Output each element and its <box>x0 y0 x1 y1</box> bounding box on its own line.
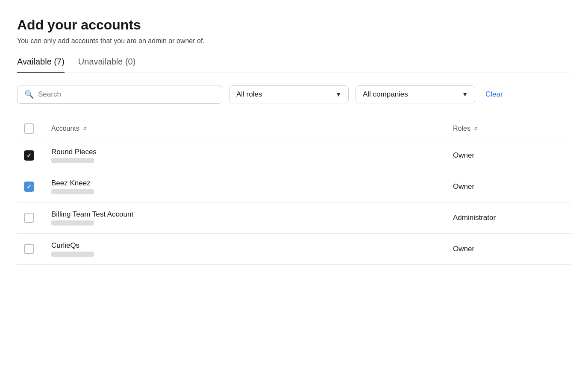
roles-sort-icon[interactable]: ⇵ <box>474 126 477 131</box>
checkmark-icon: ✓ <box>26 152 32 159</box>
row-checkbox-beez-kneez[interactable]: ✓ <box>24 182 34 192</box>
account-info-round-pieces: Round Pieces <box>51 148 453 163</box>
account-id-curlieqs <box>51 252 94 257</box>
select-all-checkbox[interactable] <box>24 123 34 134</box>
accounts-sort-icon[interactable]: ⇵ <box>83 126 86 131</box>
account-name-billing-team: Billing Team Test Account <box>51 210 453 219</box>
account-info-curlieqs: CurlieQs <box>51 241 453 257</box>
table-header: Accounts ⇵ Roles ⇵ <box>17 117 571 140</box>
account-id-billing-team <box>51 220 94 226</box>
account-id-round-pieces <box>51 158 94 163</box>
search-icon: 🔍 <box>24 90 34 99</box>
account-role-beez-kneez: Owner <box>453 182 564 191</box>
account-role-round-pieces: Owner <box>453 151 564 160</box>
accounts-header-label: Accounts <box>51 125 79 132</box>
search-input[interactable] <box>38 90 215 99</box>
account-info-billing-team: Billing Team Test Account <box>51 210 453 226</box>
page-subtitle: You can only add accounts that you are a… <box>17 37 571 45</box>
companies-dropdown-label: All companies <box>363 90 408 99</box>
table-row: ✓ Round Pieces Owner <box>17 140 571 171</box>
page-title: Add your accounts <box>17 17 571 33</box>
table-row: CurlieQs Owner <box>17 234 571 265</box>
filters-row: 🔍 All roles ▼ All companies ▼ Clear <box>17 85 571 104</box>
account-role-curlieqs: Owner <box>453 245 564 253</box>
account-name-round-pieces: Round Pieces <box>51 148 453 156</box>
account-id-beez-kneez <box>51 189 94 194</box>
tabs-container: Available (7) Unavailable (0) <box>17 57 571 73</box>
table-row: ✓ Beez Kneez Owner <box>17 171 571 202</box>
checkbox-curlieqs[interactable] <box>24 244 34 254</box>
account-info-beez-kneez: Beez Kneez <box>51 179 453 194</box>
row-checkbox-billing-team[interactable] <box>24 213 34 223</box>
companies-dropdown[interactable]: All companies ▼ <box>356 85 475 103</box>
row-checkbox-round-pieces[interactable]: ✓ <box>24 150 34 161</box>
row-checkbox-curlieqs[interactable] <box>24 244 34 254</box>
roles-dropdown[interactable]: All roles ▼ <box>229 85 349 103</box>
roles-dropdown-label: All roles <box>236 90 262 99</box>
tab-available[interactable]: Available (7) <box>17 57 65 73</box>
checkbox-billing-team[interactable] <box>24 213 34 223</box>
checkbox-beez-kneez[interactable]: ✓ <box>24 182 34 192</box>
roles-header-label: Roles <box>453 125 470 132</box>
companies-dropdown-chevron: ▼ <box>462 91 468 98</box>
roles-column-header[interactable]: Roles ⇵ <box>453 125 564 132</box>
account-name-beez-kneez: Beez Kneez <box>51 179 453 188</box>
account-name-curlieqs: CurlieQs <box>51 241 453 250</box>
table-row: Billing Team Test Account Administrator <box>17 202 571 234</box>
checkbox-round-pieces[interactable]: ✓ <box>24 150 34 161</box>
tab-unavailable[interactable]: Unavailable (0) <box>78 57 136 73</box>
accounts-column-header[interactable]: Accounts ⇵ <box>51 125 453 132</box>
search-wrapper[interactable]: 🔍 <box>17 85 222 104</box>
account-role-billing-team: Administrator <box>453 214 564 222</box>
clear-button[interactable]: Clear <box>482 90 506 99</box>
roles-dropdown-chevron: ▼ <box>335 91 341 98</box>
select-all-checkbox-wrapper[interactable] <box>24 123 34 134</box>
checkmark-icon: ✓ <box>26 183 32 190</box>
accounts-table: Accounts ⇵ Roles ⇵ ✓ Round Pieces Owner … <box>17 117 571 265</box>
